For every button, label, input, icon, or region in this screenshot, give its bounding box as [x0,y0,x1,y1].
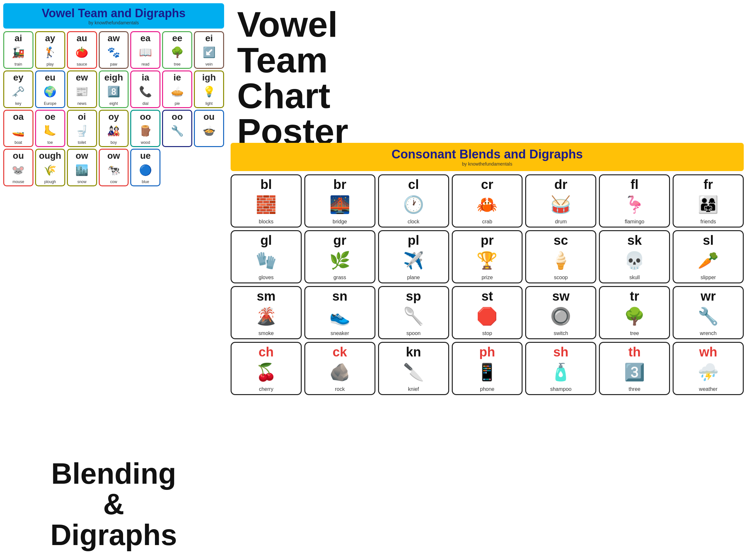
blend-word: cherry [259,386,273,392]
blend-phonic: sh [553,345,569,359]
vowel-card: oo 🔧 [162,110,192,148]
blending-text: Blending & Digraphs [6,458,221,551]
vowel-phonic: ow [76,151,88,161]
blend-card: pl ✈️ plane [378,230,449,284]
vowel-icon: 🚂 [8,44,28,61]
blend-card: sn 👟 sneaker [304,286,376,339]
right-panel: Consonant Blends and Digraphs by knowthe… [227,140,747,560]
blend-word: grass [334,275,346,281]
blend-word: phone [480,386,495,392]
blend-phonic: sm [257,289,276,303]
blend-title: Consonant Blends and Digraphs [235,148,739,161]
blend-card: sm 🌋 smoke [231,286,302,339]
blend-word: crab [482,219,492,225]
blend-word: sneaker [331,330,349,336]
blend-word: flamingo [624,219,644,225]
vowel-phonic: aw [107,33,120,44]
blend-card: gl 🧤 gloves [231,230,302,284]
blend-icon: 🥄 [399,303,428,329]
vowel-phonic: eu [45,73,55,83]
vowel-card: ough 🌾 plough [35,149,65,186]
vowel-word: read [141,62,149,66]
vowel-icon: 🔧 [168,122,187,140]
vowel-word: train [15,62,22,66]
vowel-icon: 🐭 [8,161,28,179]
vowel-grid: ai 🚂 train ay 🏌️ play au 🍅 sauce aw 🐾 pa… [3,31,224,186]
vowel-word: Europe [44,101,56,106]
vowel-title: Vowel Team and Digraphs [6,6,221,20]
blending-line1: Blending [6,458,221,489]
blend-word: slipper [700,275,716,281]
blend-icon: 🥕 [694,247,723,273]
vowel-icon: 🐾 [104,44,123,61]
blend-card: sh 🧴 shampoo [525,342,596,395]
vowel-word: boy [110,140,117,145]
blend-icon: 🧱 [251,191,281,217]
vowel-icon: 🏙️ [72,161,92,179]
blend-phonic: kn [406,345,421,359]
blend-card: wh ⛈️ weather [673,342,744,395]
blend-card: ph 📱 phone [452,342,523,395]
vowel-icon: 🚤 [8,122,28,140]
blend-phonic: cr [481,177,493,191]
blend-icon: 🍦 [546,247,575,273]
blend-word: friends [700,219,716,225]
vowel-phonic: ou [203,112,214,122]
vowel-word: light [206,101,213,106]
blend-phonic: pl [408,233,419,247]
vowel-card: ue 🔵 blue [130,149,160,186]
vowel-phonic: ie [174,73,181,83]
vowel-word: news [77,101,86,106]
blend-word: stop [482,330,492,336]
blend-grid: bl 🧱 blocks br 🌉 bridge cl 🕐 clock cr 🦀 … [231,174,744,395]
vowel-icon: 📞 [136,83,155,101]
vowel-card: igh 💡 light [194,71,224,108]
blend-phonic: br [333,177,346,191]
vowel-icon: 🎎 [104,122,123,140]
vowel-word: paw [110,62,117,66]
blend-word: spoon [406,330,420,336]
blend-icon: 👟 [325,303,354,329]
blend-icon: ⛈️ [694,359,723,385]
blend-card: ch 🍒 cherry [231,342,302,395]
vowel-card: eu 🌍 Europe [35,71,65,108]
blend-card: dr 🥁 drum [525,174,596,228]
vowel-icon: 🌍 [40,83,60,101]
blend-card: sc 🍦 scoop [525,230,596,284]
blend-card: sl 🥕 slipper [673,230,744,284]
blend-word: weather [699,386,717,392]
blend-card: sp 🥄 spoon [378,286,449,339]
blend-phonic: sp [406,289,421,303]
blend-icon: 💀 [620,247,649,273]
vowel-card: oy 🎎 boy [99,110,129,148]
blend-card: cl 🕐 clock [378,174,449,228]
blending-line3: Digraphs [6,520,221,551]
blend-icon: 🪨 [325,359,354,385]
vowel-card: ou 🍲 [194,110,224,148]
blend-word: clock [408,219,419,225]
vowel-word: pie [175,101,180,106]
blend-word: rock [335,386,344,392]
blend-card: tr 🌳 tree [599,286,670,339]
vowel-icon: 🌾 [40,161,60,179]
blend-word: prize [482,275,493,281]
blend-word: knief [408,386,419,392]
vowel-icon: 🦶 [40,122,60,140]
vowel-phonic: ay [45,33,55,44]
vowel-word: key [15,101,21,106]
blend-icon: ✈️ [399,247,428,273]
blend-phonic: gl [260,233,272,247]
blend-card: br 🌉 bridge [304,174,376,228]
vowel-icon: 🌳 [168,44,187,61]
vowel-phonic: oe [45,112,55,122]
vowel-icon: ↙️ [200,44,219,61]
vowel-word: toe [47,140,53,145]
blend-icon: 🍒 [251,359,281,385]
blend-card: sw 🔘 switch [525,286,596,339]
vowel-card: oi 🚽 toilet [67,110,97,148]
vowel-word: vein [206,62,213,66]
vowel-phonic: ei [205,33,213,44]
vowel-word: tree [174,62,181,66]
vowel-card: ey 🗝️ key [3,71,33,108]
vowel-phonic: ow [107,151,120,161]
